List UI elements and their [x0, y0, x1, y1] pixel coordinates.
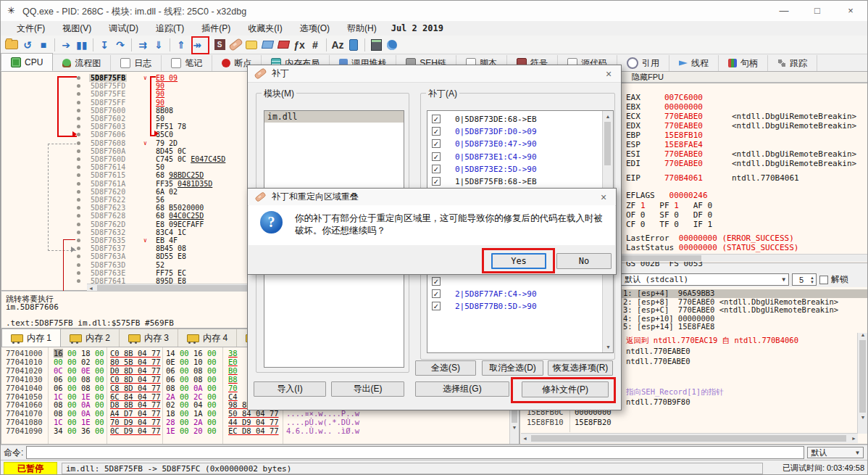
breakpoint-dot[interactable] [77, 157, 80, 161]
menu-item-H[interactable]: 帮助(H) [338, 21, 385, 36]
close-button[interactable]: × [834, 1, 867, 21]
register-line[interactable]: LastStatus 00000000 (STATUS_SUCCESS) [626, 243, 865, 252]
breakpoint-dot[interactable] [77, 255, 80, 258]
step-out-icon[interactable]: ⇑ [173, 37, 189, 53]
breakpoint-dot[interactable] [77, 206, 80, 210]
tab-引用[interactable]: 引用 [617, 55, 669, 71]
patch-item[interactable]: ✓0|5D8F73DE:68->EB [427, 114, 601, 125]
import-button[interactable]: 导入(I) [254, 381, 326, 397]
patch-item[interactable]: ✓0|5D8F73E0:47->90 [427, 139, 601, 150]
run-to-cursor-icon[interactable]: ⇉ [135, 37, 151, 53]
register-line[interactable]: ESP15E8FAE4 [626, 140, 865, 149]
register-line[interactable]: LastError 00000000 (ERROR_SUCCESS) [626, 234, 865, 243]
patch-item-checkbox[interactable]: ✓ [432, 302, 441, 310]
menu-item-I[interactable]: 收藏夹(I) [239, 21, 291, 36]
breakpoint-dot[interactable] [77, 76, 80, 80]
no-button[interactable]: No [556, 253, 612, 269]
register-line[interactable]: EIP770B4061ntdll.770B4061 [626, 173, 865, 183]
register-line[interactable]: ESI770EABE0<ntdll.DbgUiRemoteBreakin> [626, 149, 865, 159]
menu-item-O[interactable]: 选项(O) [291, 21, 338, 36]
breakpoint-dot[interactable] [77, 271, 80, 275]
patch-item[interactable]: ✓1|5D8F75FB:68->EB [427, 176, 601, 188]
tab-跟踪[interactable]: 跟踪 [768, 55, 817, 71]
menu-item-D[interactable]: 调试(D) [100, 21, 147, 36]
breakpoint-dot[interactable] [77, 125, 80, 128]
tab-内存 1[interactable]: 内存 1 [1, 329, 61, 347]
menu-item-P[interactable]: 插件(P) [193, 21, 239, 36]
patch-item[interactable]: ✓0|5D8F73DF:D0->09 [427, 126, 601, 138]
register-line[interactable]: OF 0 SF 0 DF 0 [626, 210, 865, 220]
register-line[interactable]: EDX770EABE0<ntdll.DbgUiRemoteBreakin> [626, 121, 865, 131]
tab-流程图[interactable]: 流程图 [53, 55, 111, 71]
arg-count-stepper[interactable]: 5 ▲▼ [792, 273, 817, 286]
minimize-button[interactable]: — [767, 1, 801, 21]
tab-内存 4[interactable]: 内存 4 [178, 329, 237, 347]
menu-item-F[interactable]: 文件(F) [8, 21, 54, 36]
export-button[interactable]: 导出(E) [331, 381, 404, 397]
restart-icon[interactable]: ↺ [20, 37, 36, 53]
hide-fpu-bar[interactable]: 隐藏FPU [618, 71, 868, 83]
breakpoint-dot[interactable] [77, 133, 80, 136]
breakpoint-dot[interactable] [77, 214, 80, 218]
patch-item[interactable]: ✓2|5D8F77AF:C4->90 [427, 289, 601, 300]
menu-item-T[interactable]: 追踪(T) [147, 21, 193, 36]
open-file-icon[interactable] [4, 37, 20, 53]
tab-内存 3[interactable]: 内存 3 [120, 329, 178, 347]
dump-row[interactable]: 770410801C 00 1E 0070 D9 04 7728 00 2A 0… [1, 418, 509, 426]
patch-item-checkbox[interactable]: ✓ [432, 115, 441, 123]
analysis-hash-icon[interactable]: # [307, 37, 323, 53]
close-icon[interactable]: × [602, 68, 615, 80]
breakpoint-dot[interactable] [77, 149, 80, 153]
register-line[interactable]: ZF 1 PF 1 AF 0 [626, 201, 865, 210]
seh-chain-icon[interactable]: S [212, 37, 228, 53]
step-over-icon[interactable]: ↷ [112, 37, 128, 53]
patch-item-checkbox[interactable]: ✓ [432, 165, 441, 173]
register-line[interactable]: EAX007C6000 [626, 93, 865, 102]
breakpoint-dot[interactable] [77, 190, 80, 194]
deselect-all-button[interactable]: 取消全选(D) [482, 360, 543, 376]
breakpoint-dot[interactable] [77, 101, 80, 104]
stack-vscrollbar[interactable]: ▲ ▼ [857, 329, 868, 434]
bookmarks-icon[interactable] [275, 37, 291, 53]
breakpoint-dot[interactable] [77, 247, 80, 250]
restore-selection-button[interactable]: 恢复选择项(R) [548, 360, 613, 376]
run-icon[interactable]: ➔ [58, 37, 74, 53]
unlock-checkbox[interactable] [819, 276, 828, 284]
arguments-pane[interactable]: 1: [esp+4] 96A59BB32: [esp+8] 770EABE0 <… [618, 287, 868, 333]
patch-icon[interactable] [228, 37, 243, 53]
patch-item-checkbox[interactable]: ✓ [432, 152, 441, 161]
attach-icon[interactable] [346, 37, 362, 53]
maximize-button[interactable]: □ [801, 1, 834, 21]
close-icon[interactable]: × [597, 191, 610, 203]
argument-row[interactable]: 3: [esp+C] 770EABE0 <ntdll.DbgUiRemoteBr… [619, 306, 868, 315]
patch-item[interactable]: ✓0|5D8F73E1:C4->90 [427, 152, 601, 163]
menu-item-V[interactable]: 视图(V) [54, 21, 100, 36]
step-into-icon[interactable]: ↧ [96, 37, 112, 53]
patch-item-checkbox[interactable]: ✓ [432, 289, 441, 298]
registers-hscrollbar[interactable] [619, 254, 868, 262]
comments-icon[interactable] [243, 37, 259, 53]
tab-日志[interactable]: 日志 [111, 55, 162, 71]
function-analysis-icon[interactable]: ƒx [291, 37, 307, 53]
register-line[interactable]: CF 0 TF 0 IF 1 [626, 220, 865, 229]
pause-icon[interactable]: ▮▮ [74, 37, 90, 53]
breakpoint-dot[interactable] [77, 182, 80, 186]
register-line[interactable]: EDI770EABE0<ntdll.DbgUiRemoteBreakin> [626, 159, 865, 168]
breakpoint-dot[interactable] [77, 84, 80, 88]
dump-row[interactable]: 7704109034 00 36 000C D9 04 771E 00 20 0… [1, 426, 509, 435]
breakpoint-dot[interactable] [77, 223, 80, 226]
breakpoint-dot[interactable] [77, 239, 80, 242]
register-line[interactable]: EBP15E8FB10 [626, 131, 865, 140]
breakpoint-dot[interactable] [77, 198, 80, 202]
register-line[interactable]: EFLAGS 00000246 [626, 191, 865, 200]
settings-globe-icon[interactable] [384, 37, 400, 53]
patch-item[interactable]: ✓0|5D8F73E2:5D->90 [427, 164, 601, 175]
breakpoint-dot[interactable] [77, 279, 80, 283]
command-input[interactable] [26, 446, 804, 459]
argument-row[interactable]: 1: [esp+4] 96A59BB3 [619, 289, 868, 298]
breakpoint-dot[interactable] [77, 92, 80, 96]
pick-groups-button[interactable]: 选择组(G) [415, 381, 509, 397]
execute-till-return-icon[interactable]: ⇓ [151, 37, 167, 53]
breakpoint-dot[interactable] [77, 173, 80, 177]
patch-dialog-titlebar[interactable]: 补丁 × [248, 65, 621, 83]
